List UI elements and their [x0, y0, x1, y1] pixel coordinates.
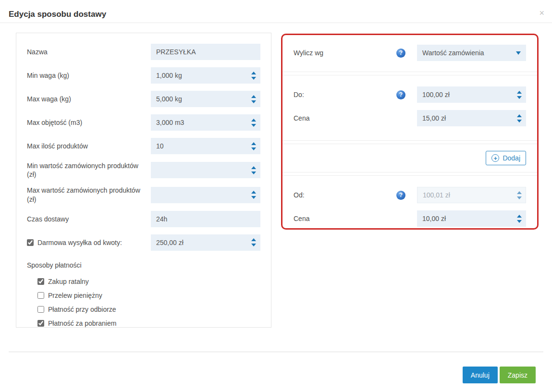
calc-by-section: Wylicz wg ? Wartość zamówienia [282, 35, 537, 72]
max-waga-stepper[interactable] [251, 91, 256, 107]
field-row-min-waga: Min waga (kg) [27, 67, 260, 84]
spin-up-icon[interactable] [251, 119, 256, 122]
spin-down-icon[interactable] [251, 244, 256, 246]
spin-up-icon[interactable] [251, 166, 256, 169]
calc-by-selected-value: Wartość zamówienia [422, 49, 484, 57]
spin-down-icon[interactable] [251, 77, 256, 80]
max-wartosc-input[interactable] [151, 187, 260, 203]
min-waga-stepper[interactable] [251, 67, 256, 84]
field-label: Max wartość zamówionych produktów (zł) [27, 186, 142, 203]
spin-down-icon[interactable] [251, 196, 256, 199]
przelew-checkbox[interactable] [37, 292, 44, 299]
spin-up-icon[interactable] [251, 72, 256, 74]
tier-to-section: Do: ? Cena [282, 75, 537, 140]
payment-option-label: Płatność przy odbiorze [48, 306, 116, 313]
czas-dostawy-input[interactable] [151, 211, 260, 227]
tier-from-input [417, 187, 526, 203]
footer-button-group: Anuluj Zapisz [463, 367, 536, 383]
spin-up-icon[interactable] [517, 114, 522, 117]
spin-down-icon[interactable] [517, 120, 522, 122]
question-mark-icon[interactable]: ? [396, 90, 405, 99]
spin-up-icon [517, 191, 522, 194]
max-ilosc-input[interactable] [151, 138, 260, 154]
spin-up-icon[interactable] [251, 95, 256, 98]
section-divider [282, 140, 537, 144]
field-label: Min wartość zamówionych produktów (zł) [27, 161, 142, 179]
calc-by-select[interactable]: Wartość zamówienia [417, 45, 526, 61]
field-label: Max waga (kg) [27, 95, 142, 103]
max-objetosc-stepper[interactable] [251, 114, 256, 131]
max-objetosc-input[interactable] [151, 114, 260, 131]
question-mark-icon[interactable]: ? [396, 191, 405, 200]
max-ilosc-stepper[interactable] [251, 138, 256, 154]
tier-from-stepper [517, 187, 522, 203]
tier-to-row: Do: ? [294, 86, 526, 103]
spin-up-icon[interactable] [517, 215, 522, 218]
field-row-max-objetosc: Max objętość (m3) [27, 114, 260, 131]
spin-down-icon[interactable] [251, 172, 256, 174]
delivery-settings-card: Nazwa Min waga (kg) Max waga (kg) Max ob… [16, 33, 271, 328]
calc-by-label: Wylicz wg [294, 49, 396, 57]
za-pobraniem-checkbox[interactable] [37, 320, 44, 327]
spin-up-icon[interactable] [251, 191, 256, 194]
payment-option-label: Zakup ratalny [48, 278, 89, 285]
spin-down-icon[interactable] [517, 96, 522, 99]
payment-option-label: Przelew pieniężny [48, 292, 102, 299]
question-mark-icon[interactable]: ? [396, 49, 405, 58]
max-waga-input[interactable] [151, 91, 260, 107]
nazwa-input[interactable] [151, 44, 260, 60]
spin-down-icon[interactable] [517, 220, 522, 223]
add-tier-section: + Dodaj [282, 144, 537, 172]
free-shipping-amount-input[interactable] [151, 234, 260, 251]
spin-down-icon [517, 196, 522, 199]
tier-to-stepper[interactable] [517, 86, 522, 103]
payment-option-przy-odbiorze: Płatność przy odbiorze [37, 306, 260, 313]
price-tiers-panel: Wylicz wg ? Wartość zamówienia Do: ? Cen… [281, 34, 539, 230]
tier-from-price-stepper[interactable] [517, 210, 522, 227]
free-shipping-checkbox[interactable] [27, 239, 34, 246]
spin-up-icon[interactable] [251, 238, 256, 241]
spin-down-icon[interactable] [251, 124, 256, 127]
tier-from-row: Od: ? [294, 187, 526, 203]
payment-methods-title: Sposoby płatności [27, 261, 260, 269]
spin-down-icon[interactable] [251, 100, 256, 103]
section-divider [282, 72, 537, 75]
cancel-button[interactable]: Anuluj [463, 367, 498, 383]
close-icon[interactable]: × [539, 9, 544, 17]
przy-odbiorze-checkbox[interactable] [37, 306, 44, 313]
field-row-max-waga: Max waga (kg) [27, 91, 260, 107]
field-label: Czas dostawy [27, 215, 142, 223]
tier-from-section: Od: ? Cena [282, 176, 537, 230]
tier-to-price-stepper[interactable] [517, 110, 522, 126]
min-wartosc-stepper[interactable] [251, 162, 256, 178]
min-wartosc-input[interactable] [151, 162, 260, 178]
payment-methods-list: Zakup ratalny Przelew pieniężny Płatność… [27, 278, 260, 327]
min-waga-input[interactable] [151, 67, 260, 84]
spin-up-icon[interactable] [517, 91, 522, 94]
tier-from-price-input[interactable] [417, 210, 526, 227]
field-row-max-ilosc: Max ilość produktów [27, 138, 260, 154]
field-row-czas-dostawy: Czas dostawy [27, 211, 260, 227]
field-label: Min waga (kg) [27, 71, 142, 80]
plus-circle-icon: + [491, 154, 499, 162]
free-shipping-stepper[interactable] [251, 234, 256, 251]
section-divider [282, 172, 537, 176]
free-shipping-label: Darmowa wysyłka od kwoty: [37, 239, 122, 246]
tier-to-label: Do: [294, 91, 396, 98]
header-divider [0, 23, 552, 23]
spin-up-icon[interactable] [251, 142, 256, 145]
tier-to-input[interactable] [417, 86, 526, 103]
max-wartosc-stepper[interactable] [251, 187, 256, 203]
field-label: Max objętość (m3) [27, 118, 142, 127]
spin-down-icon[interactable] [251, 147, 256, 150]
payment-option-zakup-ratalny: Zakup ratalny [37, 278, 260, 285]
calc-by-row: Wylicz wg ? Wartość zamówienia [294, 45, 526, 61]
save-button[interactable]: Zapisz [500, 367, 536, 383]
add-tier-button[interactable]: + Dodaj [486, 151, 526, 165]
tier-from-price-label: Cena [294, 215, 417, 222]
field-label: Nazwa [27, 48, 142, 56]
tier-to-price-input[interactable] [417, 110, 526, 126]
tier-from-label: Od: [294, 191, 396, 199]
payment-option-label: Płatność za pobraniem [48, 319, 116, 327]
zakup-ratalny-checkbox[interactable] [37, 278, 44, 285]
